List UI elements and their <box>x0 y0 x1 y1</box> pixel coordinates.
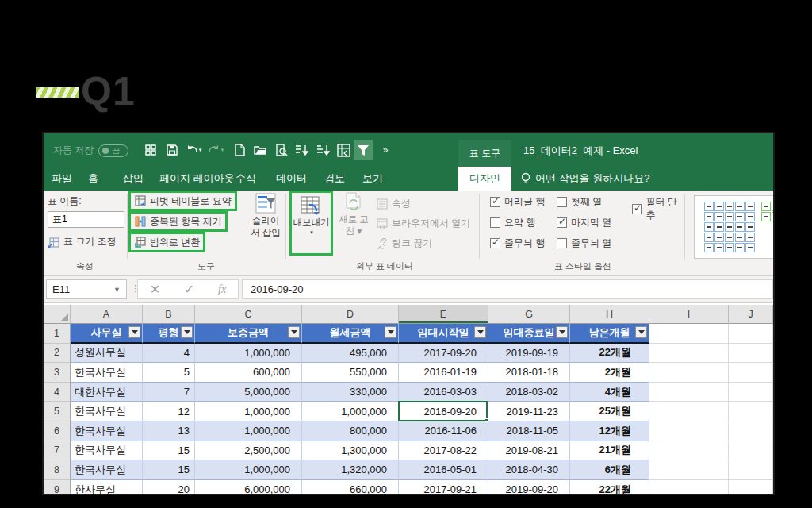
table-cell[interactable]: 한국사무실 <box>71 421 143 441</box>
table-cell[interactable]: 25개월 <box>570 402 649 421</box>
filter-icon[interactable] <box>354 140 373 160</box>
column-header-A[interactable]: A <box>71 305 143 324</box>
empty-cell[interactable] <box>649 383 729 402</box>
column-header-D[interactable]: D <box>302 305 399 324</box>
column-header-G[interactable]: G <box>488 305 570 324</box>
tab-file[interactable]: 파일 <box>52 167 72 190</box>
row-number[interactable]: 1 <box>44 324 71 344</box>
checkbox-box-icon[interactable] <box>490 217 500 228</box>
table-cell[interactable]: 1,000,000 <box>302 402 399 421</box>
table-cell[interactable]: 2017-09-21 <box>399 480 488 494</box>
column-header-I[interactable]: I <box>649 305 729 324</box>
table-cell[interactable]: 1,000,000 <box>195 344 302 364</box>
insert-function-icon[interactable]: fx <box>218 283 226 296</box>
column-header-H[interactable]: H <box>570 305 649 324</box>
table-cell[interactable]: 한국사무실 <box>71 363 143 383</box>
checkbox-머리글 행[interactable]: 머리글 행 <box>490 195 545 209</box>
empty-cell[interactable] <box>729 402 773 421</box>
checkbox-줄무늬 행[interactable]: 줄무늬 행 <box>490 237 545 250</box>
table-cell[interactable]: 21개월 <box>570 441 649 461</box>
autosave-pill[interactable]: 끔 <box>98 144 128 157</box>
table-cell[interactable]: 성원사무실 <box>71 344 143 364</box>
table-cell[interactable]: 한국사무실 <box>71 402 143 421</box>
table-cell[interactable]: 2019-11-23 <box>488 402 570 421</box>
sort-descending-icon[interactable] <box>314 140 333 160</box>
empty-cell[interactable] <box>729 480 773 494</box>
filter-dropdown-icon[interactable] <box>385 326 396 338</box>
resize-table-button[interactable]: 표 크기 조정 <box>48 235 117 248</box>
pivot-table-icon[interactable] <box>334 140 353 160</box>
checkbox-box-icon[interactable] <box>490 197 500 207</box>
table-cell[interactable]: 5 <box>143 363 195 383</box>
open-folder-icon[interactable] <box>251 140 270 160</box>
name-box[interactable]: E11 ▼ <box>46 279 127 299</box>
tab-review[interactable]: 검토 <box>324 167 345 190</box>
filter-dropdown-icon[interactable] <box>474 326 486 338</box>
table-style-thumbnail-blue[interactable] <box>704 202 755 252</box>
table-cell[interactable]: 1,320,000 <box>302 460 399 480</box>
table-cell[interactable]: 20 <box>143 480 195 494</box>
column-header-C[interactable]: C <box>195 305 302 324</box>
empty-cell[interactable] <box>729 363 773 383</box>
table-cell[interactable]: 12개월 <box>570 421 649 441</box>
empty-cell[interactable] <box>729 344 773 364</box>
table-cell[interactable]: 22개월 <box>570 480 649 494</box>
table-name-input[interactable] <box>48 211 124 228</box>
table-cell[interactable]: 1,000,000 <box>195 402 302 421</box>
row-number[interactable]: 6 <box>44 421 71 441</box>
row-number[interactable]: 8 <box>44 460 71 480</box>
table-cell[interactable]: 13 <box>143 421 195 441</box>
table-header-cell[interactable]: 남은개월 <box>570 324 649 344</box>
table-cell[interactable]: 한사무실 <box>71 480 143 494</box>
empty-cell[interactable] <box>649 344 729 364</box>
empty-cell[interactable] <box>649 324 729 344</box>
column-header-J[interactable]: J <box>729 305 773 324</box>
checkbox-첫째 열[interactable]: 첫째 열 <box>557 195 602 209</box>
empty-cell[interactable] <box>649 363 729 383</box>
empty-cell[interactable] <box>729 441 773 461</box>
table-cell[interactable]: 6개월 <box>570 460 649 480</box>
table-cell[interactable]: 15 <box>143 460 195 480</box>
filter-dropdown-icon[interactable] <box>556 326 568 338</box>
checkbox-요약 행[interactable]: 요약 행 <box>490 216 535 229</box>
checkbox-필터 단추[interactable]: 필터 단추 <box>632 195 684 222</box>
table-cell[interactable]: 12 <box>143 402 195 421</box>
convert-to-range-button[interactable]: 범위로 변환 <box>128 232 205 252</box>
filter-dropdown-icon[interactable] <box>181 326 193 338</box>
checkbox-box-icon[interactable] <box>557 238 567 248</box>
table-cell[interactable]: 2018-03-02 <box>488 383 570 402</box>
tab-page-layout[interactable]: 페이지 레이아웃 <box>159 167 235 190</box>
checkbox-마지막 열[interactable]: 마지막 열 <box>557 216 611 229</box>
table-cell[interactable]: 2개월 <box>570 363 649 383</box>
table-cell[interactable]: 2019-09-20 <box>488 480 570 494</box>
insert-slicer-button[interactable]: 슬라이 서 삽입 <box>247 192 284 256</box>
table-cell[interactable]: 2018-04-30 <box>488 460 570 480</box>
empty-cell[interactable] <box>649 402 729 421</box>
table-cell[interactable]: 4개월 <box>570 383 649 402</box>
empty-cell[interactable] <box>729 324 773 344</box>
print-preview-icon[interactable] <box>272 140 291 160</box>
table-cell[interactable]: 1,300,000 <box>302 441 399 461</box>
row-number[interactable]: 4 <box>44 383 71 402</box>
empty-cell[interactable] <box>729 383 773 402</box>
save-icon[interactable] <box>163 140 182 160</box>
table-header-cell[interactable]: 임대시작일 <box>399 324 488 344</box>
table-cell[interactable]: 한국사무실 <box>71 460 143 480</box>
table-cell[interactable]: 5,000,000 <box>195 383 302 402</box>
table-cell[interactable]: 2016-01-19 <box>399 363 488 383</box>
table-cell[interactable]: 2016-09-20 <box>399 402 488 421</box>
table-cell[interactable]: 2017-08-22 <box>399 441 488 461</box>
export-button[interactable]: 내보내기 ▾ <box>289 190 333 256</box>
table-header-cell[interactable]: 월세금액 <box>302 324 399 344</box>
table-style-thumbnail-green[interactable] <box>761 202 773 252</box>
tab-home[interactable]: 홈 <box>88 167 98 190</box>
table-styles-gallery[interactable] <box>694 195 773 259</box>
cancel-icon[interactable]: ✕ <box>150 282 160 297</box>
more-commands-icon[interactable]: » <box>375 140 394 160</box>
checkbox-box-icon[interactable] <box>557 217 567 228</box>
table-cell[interactable]: 2,500,000 <box>195 441 302 461</box>
table-cell[interactable]: 대한사무실 <box>71 383 143 402</box>
empty-cell[interactable] <box>729 460 773 480</box>
table-cell[interactable]: 2018-01-18 <box>488 363 570 383</box>
column-header-B[interactable]: B <box>143 305 195 324</box>
